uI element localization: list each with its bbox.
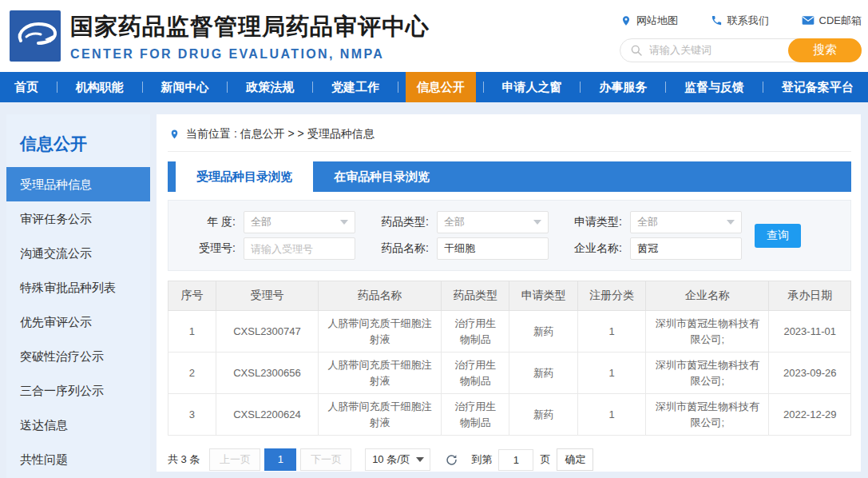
col-header-acceptance-no: 受理号 — [216, 281, 318, 311]
site-title: 国家药品监督管理局药品审评中心 — [70, 11, 430, 43]
year-select-value: 全部 — [251, 215, 271, 229]
cell-company: 深圳市茵冠生物科技有限公司; — [646, 353, 769, 394]
goto-suffix-label: 页 — [540, 452, 550, 467]
search-button[interactable]: 搜索 — [788, 38, 862, 62]
results-table: 序号 受理号 药品名称 药品类型 申请类型 注册分类 企业名称 承办日期 1 C… — [168, 281, 851, 436]
cell-date: 2023-11-01 — [769, 311, 851, 353]
acceptance-no-input[interactable] — [251, 243, 348, 255]
sidebar-item-priority-review[interactable]: 优先审评公示 — [6, 305, 150, 339]
sitemap-link-label: 网站地图 — [636, 14, 678, 28]
main-nav: 首页 机构职能 新闻中心 政策法规 党建工作 信息公开 申请人之窗 办事服务 监… — [0, 72, 868, 102]
sidebar-item-three-in-one[interactable]: 三合一序列公示 — [6, 373, 150, 408]
col-header-application-type: 申请类型 — [509, 281, 578, 311]
col-header-date: 承办日期 — [769, 281, 851, 311]
cell-application-type: 新药 — [509, 353, 578, 394]
sidebar-item-accepted-varieties[interactable]: 受理品种信息 — [6, 167, 150, 201]
contact-link-label: 联系我们 — [727, 14, 769, 28]
filter-row-1: 年 度: 全部 药品类型: 全部 申请类型: 全部 — [172, 210, 850, 234]
sitemap-link[interactable]: 网站地图 — [620, 14, 678, 28]
quick-links: 网站地图 联系我们 CDE邮箱 — [620, 14, 862, 28]
nav-item-functions[interactable]: 机构职能 — [65, 72, 135, 102]
cde-mail-link-label: CDE邮箱 — [819, 14, 862, 28]
cell-drug-name: 人脐带间充质干细胞注射液 — [319, 394, 442, 436]
acceptance-no-field — [244, 237, 355, 260]
nav-item-news[interactable]: 新闻中心 — [150, 72, 220, 102]
nav-item-info-disclosure[interactable]: 信息公开 — [406, 72, 476, 102]
cde-mail-link[interactable]: CDE邮箱 — [802, 14, 862, 28]
header-right: 网站地图 联系我们 CDE邮箱 搜索 — [620, 10, 862, 62]
company-name-input[interactable] — [637, 243, 735, 255]
drug-name-input[interactable] — [444, 243, 541, 255]
title-block: 国家药品监督管理局药品审评中心 CENTER FOR DRUG EVALUATI… — [70, 11, 430, 62]
goto-confirm-button[interactable]: 确定 — [557, 448, 593, 471]
nav-separator — [763, 82, 763, 93]
cell-registration-class: 1 — [577, 311, 646, 353]
cell-date: 2022-12-29 — [769, 394, 851, 436]
nav-separator — [227, 82, 228, 93]
cell-drug-type: 治疗用生物制品 — [441, 311, 509, 353]
cell-company: 深圳市茵冠生物科技有限公司; — [646, 311, 769, 353]
nav-separator — [142, 82, 143, 93]
drug-type-select[interactable]: 全部 — [437, 211, 549, 233]
sidebar-item-review-tasks[interactable]: 审评任务公示 — [6, 201, 150, 236]
nav-item-services[interactable]: 办事服务 — [588, 72, 658, 102]
sidebar-item-communication[interactable]: 沟通交流公示 — [6, 236, 150, 270]
sidebar-item-special-approval[interactable]: 特殊审批品种列表 — [6, 270, 150, 305]
prev-page-button[interactable]: 上一页 — [209, 448, 260, 471]
cell-registration-class: 1 — [577, 353, 646, 394]
sidebar-item-common-issues[interactable]: 共性问题 — [6, 442, 150, 476]
chevron-down-icon — [533, 220, 541, 225]
nav-item-registration-platform[interactable]: 登记备案平台 — [771, 72, 865, 102]
page: 国家药品监督管理局药品审评中心 CENTER FOR DRUG EVALUATI… — [0, 0, 868, 478]
year-select[interactable]: 全部 — [244, 211, 355, 233]
query-button[interactable]: 查询 — [755, 224, 801, 248]
goto-prefix-label: 到第 — [471, 452, 492, 467]
refresh-button[interactable] — [445, 453, 458, 467]
page-size-value: 10 条/页 — [372, 452, 410, 467]
goto-page-input[interactable] — [498, 449, 533, 471]
cde-logo-swoosh-icon — [10, 10, 61, 62]
col-header-drug-name: 药品名称 — [319, 281, 442, 311]
drug-name-field — [437, 237, 549, 260]
sidebar-item-delivery-info[interactable]: 送达信息 — [6, 408, 150, 442]
filter-panel: 年 度: 全部 药品类型: 全部 申请类型: 全部 — [168, 200, 851, 271]
tab-accepted-catalog[interactable]: 受理品种目录浏览 — [176, 161, 313, 192]
nav-item-policy[interactable]: 政策法规 — [235, 72, 305, 102]
drug-type-label: 药品类型: — [365, 215, 429, 229]
nav-item-home[interactable]: 首页 — [3, 72, 50, 102]
col-header-seq: 序号 — [168, 281, 216, 311]
acceptance-no-label: 受理号: — [172, 241, 236, 256]
cell-seq: 3 — [168, 394, 216, 436]
nav-item-party[interactable]: 党建工作 — [320, 72, 390, 102]
contact-link[interactable]: 联系我们 — [711, 14, 769, 28]
location-pin-icon — [620, 14, 632, 27]
page-size-select[interactable]: 10 条/页 — [365, 448, 430, 471]
chevron-down-icon — [340, 220, 348, 225]
col-header-registration-class: 注册分类 — [577, 281, 646, 311]
total-count-label: 共 3 条 — [168, 452, 200, 467]
cell-date: 2023-09-26 — [769, 353, 851, 394]
table-row: 2 CXSL2300656 人脐带间充质干细胞注射液 治疗用生物制品 新药 1 … — [168, 353, 851, 394]
nav-separator — [665, 82, 666, 93]
nav-separator — [312, 82, 313, 93]
nav-item-applicant-window[interactable]: 申请人之窗 — [491, 72, 573, 102]
next-page-button[interactable]: 下一页 — [300, 448, 351, 471]
company-name-field — [630, 237, 742, 260]
cell-company: 深圳市茵冠生物科技有限公司; — [646, 394, 769, 436]
table-row: 1 CXSL2300747 人脐带间充质干细胞注射液 治疗用生物制品 新药 1 … — [168, 311, 851, 353]
cell-application-type: 新药 — [509, 394, 578, 436]
nav-separator — [398, 82, 398, 93]
search-icon — [630, 44, 643, 57]
page-body: 信息公开 受理品种信息 审评任务公示 沟通交流公示 特殊审批品种列表 优先审评公… — [0, 102, 868, 478]
cell-seq: 2 — [168, 353, 216, 394]
page-number-button[interactable]: 1 — [264, 448, 296, 471]
application-type-select[interactable]: 全部 — [630, 211, 742, 233]
sidebar-item-breakthrough-therapy[interactable]: 突破性治疗公示 — [6, 339, 150, 373]
tab-under-review-catalog[interactable]: 在审品种目录浏览 — [313, 161, 450, 192]
search-input[interactable] — [649, 44, 785, 56]
col-header-company: 企业名称 — [646, 281, 769, 311]
location-pin-icon — [169, 128, 180, 141]
nav-item-supervision[interactable]: 监督与反馈 — [673, 72, 755, 102]
mail-icon — [802, 15, 814, 26]
cell-drug-type: 治疗用生物制品 — [441, 394, 509, 436]
